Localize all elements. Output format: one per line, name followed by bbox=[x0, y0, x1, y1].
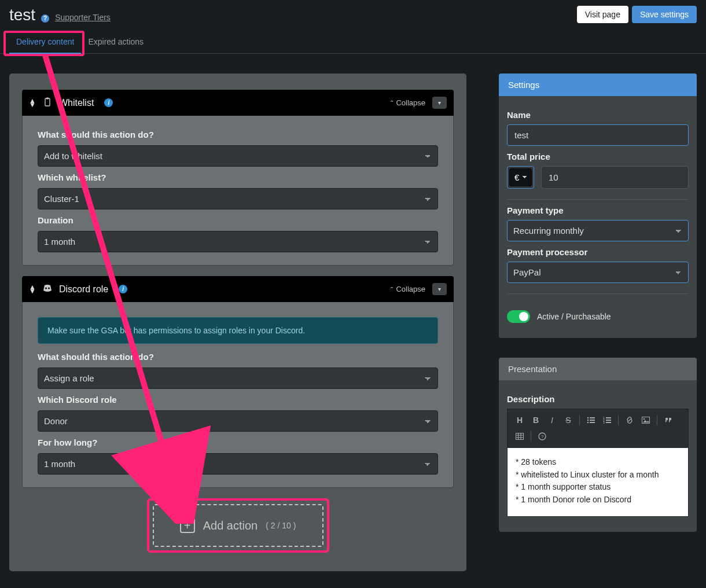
bold-icon[interactable]: B bbox=[528, 413, 543, 428]
settings-card: Settings Name Total price € Payment type… bbox=[499, 74, 697, 338]
action-menu-button[interactable]: ▾ bbox=[432, 97, 447, 109]
duration-select[interactable]: 1 month bbox=[38, 453, 438, 475]
action-menu-button[interactable]: ▾ bbox=[432, 283, 447, 295]
presentation-card: Presentation Description H B I S 123 bbox=[499, 358, 697, 532]
unordered-list-icon[interactable] bbox=[583, 413, 598, 428]
action-card-whitelist: ▲▼ Whitelist i ⌃Collapse ▾ What should t… bbox=[22, 90, 454, 266]
info-icon[interactable]: i bbox=[104, 98, 113, 107]
active-toggle[interactable] bbox=[507, 310, 530, 323]
svg-text:3: 3 bbox=[603, 421, 605, 424]
svg-point-6 bbox=[587, 420, 589, 421]
collapse-toggle[interactable]: ⌃Collapse bbox=[389, 98, 425, 107]
presentation-header: Presentation bbox=[499, 358, 697, 380]
svg-rect-0 bbox=[45, 98, 50, 106]
action-card-discord-role: ▲▼ Discord role i ⌃Collapse ▾ Make sure … bbox=[22, 276, 454, 488]
active-label: Active / Purchasable bbox=[537, 312, 611, 321]
field-label: Payment type bbox=[507, 205, 689, 215]
toolbar-separator bbox=[579, 415, 580, 425]
whitelist-select[interactable]: Cluster-1 bbox=[38, 188, 438, 210]
description-line: * 28 tokens bbox=[516, 456, 680, 469]
toolbar-separator bbox=[618, 415, 619, 425]
toolbar-separator bbox=[531, 431, 531, 442]
tab-delivery-content[interactable]: Delivery content bbox=[9, 32, 81, 53]
drag-handle-icon[interactable]: ▲▼ bbox=[29, 99, 36, 107]
table-icon[interactable] bbox=[512, 429, 527, 444]
annotation-highlight-add-action: + Add action ( 2 / 10 ) bbox=[147, 498, 329, 553]
field-label: What should this action do? bbox=[38, 352, 438, 362]
tab-expired-actions[interactable]: Expired actions bbox=[81, 32, 150, 53]
help-icon[interactable]: ? bbox=[41, 14, 49, 23]
field-label: Which whitelist? bbox=[38, 172, 438, 182]
svg-rect-9 bbox=[590, 422, 595, 423]
description-line: * whitelisted to Linux cluster for a mon… bbox=[516, 469, 680, 482]
tabs: Delivery content Expired actions bbox=[0, 24, 706, 54]
svg-rect-15 bbox=[606, 422, 611, 423]
add-action-button[interactable]: + Add action ( 2 / 10 ) bbox=[153, 504, 323, 547]
price-input[interactable] bbox=[541, 166, 689, 189]
field-label: Name bbox=[507, 110, 689, 120]
italic-icon[interactable]: I bbox=[545, 413, 560, 428]
field-label: Total price bbox=[507, 152, 689, 161]
svg-rect-7 bbox=[590, 420, 595, 421]
info-banner: Make sure the GSA bot has permissions to… bbox=[38, 317, 438, 344]
svg-point-2 bbox=[45, 288, 47, 289]
divider bbox=[507, 199, 689, 200]
payment-type-select[interactable]: Recurring monthly bbox=[507, 220, 689, 241]
action-type-select[interactable]: Assign a role bbox=[38, 368, 438, 389]
discord-role-select[interactable]: Donor bbox=[38, 410, 438, 432]
duration-select[interactable]: 1 month bbox=[38, 231, 438, 252]
svg-point-3 bbox=[48, 288, 50, 289]
field-label: What should this action do? bbox=[38, 130, 438, 139]
add-action-count: ( 2 / 10 ) bbox=[266, 521, 296, 530]
help-icon[interactable]: ? bbox=[535, 429, 550, 444]
editor-toolbar: H B I S 123 bbox=[507, 409, 689, 447]
svg-rect-1 bbox=[46, 98, 49, 100]
svg-rect-18 bbox=[516, 433, 524, 440]
name-input[interactable] bbox=[507, 124, 689, 146]
image-icon[interactable] bbox=[638, 413, 653, 428]
plus-icon: + bbox=[180, 518, 195, 533]
payment-processor-select[interactable]: PayPal bbox=[507, 262, 689, 283]
heading-icon[interactable]: H bbox=[512, 413, 527, 428]
strikethrough-icon[interactable]: S bbox=[561, 413, 576, 428]
svg-rect-13 bbox=[606, 420, 611, 421]
save-settings-button[interactable]: Save settings bbox=[632, 6, 697, 23]
action-title: Whitelist bbox=[59, 98, 94, 108]
svg-point-17 bbox=[644, 418, 645, 420]
field-label: Payment processor bbox=[507, 247, 689, 257]
field-label: Duration bbox=[38, 215, 438, 225]
description-line: * 1 month supporter status bbox=[516, 481, 680, 494]
svg-point-4 bbox=[587, 417, 589, 419]
drag-handle-icon[interactable]: ▲▼ bbox=[29, 285, 36, 293]
page-header: test ? Supporter Tiers Visit page Save s… bbox=[0, 0, 706, 24]
ordered-list-icon[interactable]: 123 bbox=[600, 413, 615, 428]
add-action-label: Add action bbox=[203, 519, 258, 532]
settings-header: Settings bbox=[499, 74, 697, 96]
description-line: * 1 month Donor role on Discord bbox=[516, 494, 680, 506]
action-type-select[interactable]: Add to whitelist bbox=[38, 145, 438, 167]
field-label: Description bbox=[507, 394, 689, 404]
svg-text:?: ? bbox=[541, 434, 544, 439]
description-editor[interactable]: * 28 tokens * whitelisted to Linux clust… bbox=[507, 447, 689, 517]
currency-select[interactable]: € bbox=[509, 168, 532, 186]
chevron-up-icon: ⌃ bbox=[389, 100, 394, 106]
divider bbox=[507, 293, 689, 294]
clipboard-icon bbox=[43, 97, 52, 108]
action-title: Discord role bbox=[59, 284, 108, 295]
link-icon[interactable] bbox=[622, 413, 637, 428]
field-label: For how long? bbox=[38, 438, 438, 447]
svg-rect-11 bbox=[606, 417, 611, 418]
collapse-toggle[interactable]: ⌃Collapse bbox=[389, 285, 425, 293]
field-label: Which Discord role bbox=[38, 395, 438, 405]
toolbar-separator bbox=[657, 415, 657, 425]
info-icon[interactable]: i bbox=[119, 285, 127, 293]
page-title: test bbox=[9, 6, 35, 24]
svg-rect-5 bbox=[590, 417, 595, 418]
breadcrumb-link[interactable]: Supporter Tiers bbox=[55, 13, 111, 22]
chevron-up-icon: ⌃ bbox=[389, 286, 394, 292]
svg-point-8 bbox=[587, 422, 589, 424]
actions-panel: ▲▼ Whitelist i ⌃Collapse ▾ What should t… bbox=[9, 74, 466, 571]
visit-page-button[interactable]: Visit page bbox=[577, 6, 628, 23]
quote-icon[interactable] bbox=[661, 413, 676, 428]
discord-icon bbox=[43, 284, 52, 294]
